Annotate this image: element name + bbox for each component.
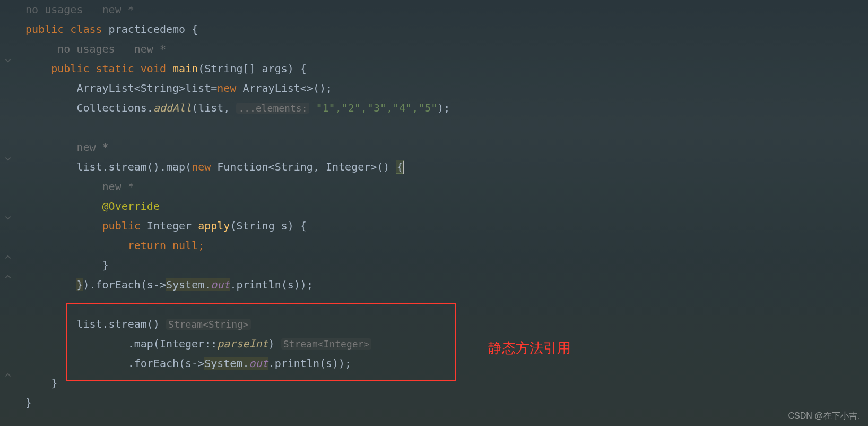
code-line: list.stream() Stream<String> [19,314,868,334]
fold-icon[interactable] [4,251,15,261]
code-area[interactable]: no usages new * public class practicedem… [19,0,868,426]
code-editor[interactable]: no usages new * public class practicedem… [0,0,868,426]
text-caret [403,161,404,174]
usage-hint: no usages new * [19,39,868,59]
code-line: return null; [19,236,868,255]
code-line: .forEach(s->System.out.println(s)); [19,354,868,373]
code-line: Collections.addAll(list, ...elements: "1… [19,98,868,118]
code-line: @Override [19,197,868,216]
code-line: } [19,255,868,275]
code-line: public static void main(String[] args) { [19,59,868,79]
usage-hint: no usages new * [19,0,868,20]
code-line: public Integer apply(String s) { [19,216,868,236]
fold-icon[interactable] [4,211,15,222]
gutter [0,0,19,426]
fold-icon[interactable] [4,152,15,163]
code-line: }).forEach(s->System.out.println(s)); [19,275,868,295]
code-line-current: list.stream().map(new Function<String, I… [19,157,868,177]
fold-icon[interactable] [4,369,15,379]
code-line: public class practicedemo { [19,20,868,39]
usage-hint: new * [19,177,868,197]
code-line: .map(Integer::parseInt) Stream<Integer> [19,334,868,354]
fold-icon[interactable] [4,270,15,281]
fold-icon[interactable] [4,54,15,65]
blank-line [19,118,868,138]
usage-hint: new * [19,138,868,157]
code-line: } [19,373,868,393]
watermark: CSDN @在下小吉. [788,411,860,422]
code-line: } [19,393,868,413]
blank-line [19,295,868,314]
code-line: ArrayList<String>list=new ArrayList<>(); [19,79,868,98]
annotation-label: 静态方法引用 [488,339,571,357]
